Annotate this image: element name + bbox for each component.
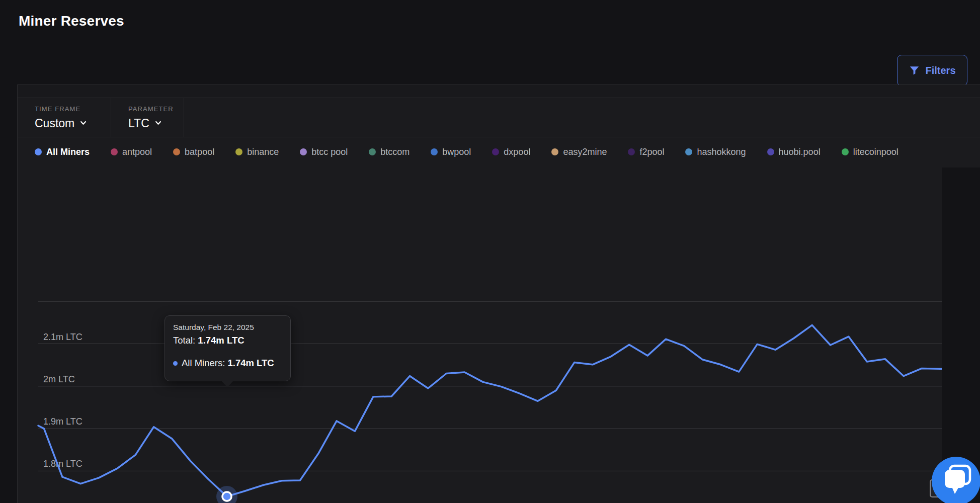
legend-item-label: bwpool [442, 147, 471, 157]
y-axis-label: 2.1m LTC [43, 332, 83, 342]
legend-dot-icon [842, 148, 849, 155]
filters-button[interactable]: Filters [897, 55, 967, 86]
legend-dot-icon [767, 148, 774, 155]
series-legend: All Minersantpoolbatpoolbinancebtcc pool… [18, 137, 980, 166]
legend-item-label: batpool [185, 147, 214, 157]
tooltip-series-row: All Miners: 1.74m LTC [173, 358, 282, 369]
chart-tooltip: Saturday, Feb 22, 2025 Total: 1.74m LTC … [165, 315, 291, 381]
chart-panel: TIME FRAME Custom PARAMETER LTC [17, 85, 980, 503]
y-axis-label: 1.9m LTC [43, 416, 83, 427]
legend-item-huobi-pool[interactable]: huobi.pool [767, 147, 821, 157]
legend-item-dxpool[interactable]: dxpool [492, 147, 530, 157]
legend-item-binance[interactable]: binance [235, 147, 279, 157]
hovered-point-marker[interactable] [222, 492, 231, 501]
legend-item-batpool[interactable]: batpool [173, 147, 214, 157]
chat-launcher-button[interactable] [932, 457, 980, 503]
legend-item-all-miners[interactable]: All Miners [35, 147, 90, 157]
legend-item-label: huobi.pool [779, 147, 821, 157]
legend-dot-icon [35, 148, 42, 155]
tooltip-caret [221, 381, 233, 387]
legend-item-label: antpool [122, 147, 152, 157]
legend-dot-icon [300, 148, 307, 155]
y-axis-label: 2m LTC [43, 374, 75, 384]
panel-header-strip [18, 85, 980, 98]
legend-dot-icon [235, 148, 242, 155]
y-axis-label: 1.8m LTC [43, 459, 83, 469]
legend-item-label: litecoinpool [853, 147, 899, 157]
miner-reserves-chart[interactable]: 2.1m LTC2m LTC1.9m LTC1.8m LTC1.7m LTC1.… [1, 167, 980, 503]
legend-dot-icon [551, 148, 558, 155]
page-title: Miner Reserves [19, 13, 124, 29]
legend-item-btcc-pool[interactable]: btcc pool [300, 147, 348, 157]
legend-item-label: All Miners [46, 147, 90, 157]
legend-item-easy2mine[interactable]: easy2mine [551, 147, 607, 157]
time-frame-dropdown[interactable]: TIME FRAME Custom [18, 98, 111, 137]
legend-dot-icon [628, 148, 635, 155]
time-frame-value: Custom [35, 117, 74, 130]
controls-row: TIME FRAME Custom PARAMETER LTC [18, 98, 980, 137]
tooltip-total: Total: 1.74m LTC [173, 335, 282, 346]
chat-bubble-icon [932, 456, 980, 503]
series-dot-icon [173, 361, 178, 366]
legend-dot-icon [492, 148, 499, 155]
funnel-icon [909, 65, 920, 76]
parameter-dropdown[interactable]: PARAMETER LTC [111, 98, 184, 137]
legend-item-label: btcc pool [311, 147, 348, 157]
parameter-label: PARAMETER [128, 105, 184, 113]
chart-right-margin [942, 167, 980, 503]
legend-dot-icon [685, 148, 692, 155]
legend-dot-icon [173, 148, 180, 155]
legend-item-label: easy2mine [563, 147, 607, 157]
legend-dot-icon [431, 148, 438, 155]
chevron-down-icon [79, 117, 88, 130]
controls-spacer [184, 98, 980, 137]
time-frame-label: TIME FRAME [35, 105, 111, 113]
legend-item-bwpool[interactable]: bwpool [431, 147, 471, 157]
legend-item-antpool[interactable]: antpool [111, 147, 152, 157]
legend-item-label: binance [247, 147, 279, 157]
legend-dot-icon [369, 148, 376, 155]
miner-reserves-page: Miner Reserves Filters TIME FRAME Custom… [0, 0, 980, 503]
filters-button-label: Filters [925, 65, 955, 76]
legend-item-label: btccom [380, 147, 410, 157]
chevron-down-icon [154, 117, 162, 130]
tooltip-date: Saturday, Feb 22, 2025 [173, 323, 282, 332]
legend-item-label: dxpool [504, 147, 530, 157]
legend-item-litecoinpool[interactable]: litecoinpool [842, 147, 899, 157]
parameter-value: LTC [128, 117, 149, 130]
legend-item-btccom[interactable]: btccom [369, 147, 410, 157]
legend-item-label: hashokkong [697, 147, 746, 157]
legend-item-label: f2pool [639, 147, 664, 157]
legend-item-hashokkong[interactable]: hashokkong [685, 147, 746, 157]
legend-dot-icon [111, 148, 118, 155]
legend-item-f2pool[interactable]: f2pool [628, 147, 664, 157]
